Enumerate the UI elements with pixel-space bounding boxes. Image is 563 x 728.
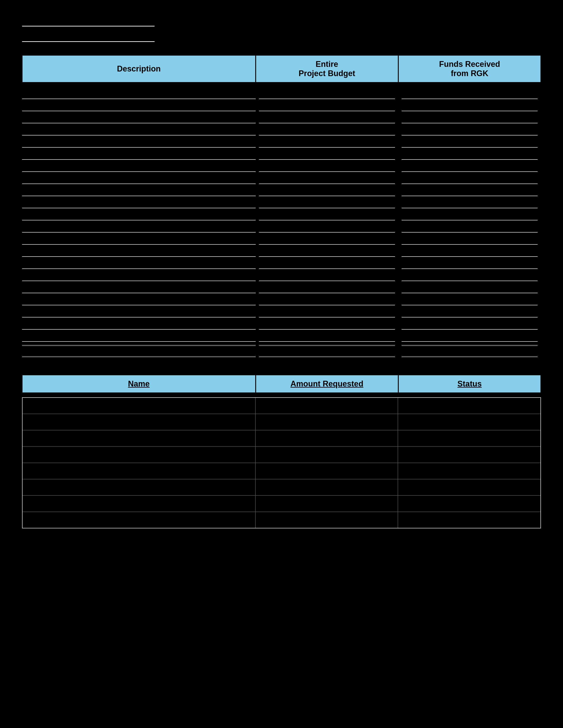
project-row-total[interactable] (259, 345, 395, 357)
desc-row-6[interactable] (22, 148, 256, 160)
desc-row-2[interactable] (22, 99, 256, 111)
project-row-1[interactable] (259, 87, 395, 99)
grants-table-body (22, 397, 541, 528)
grants-amount-8[interactable] (256, 512, 398, 528)
grants-amount-4[interactable] (256, 447, 398, 463)
project-row-4[interactable] (259, 123, 395, 135)
desc-row-21[interactable] (22, 330, 256, 342)
funds-row-1[interactable] (402, 87, 538, 99)
funds-row-21[interactable] (402, 330, 538, 342)
grants-name-7[interactable] (23, 496, 256, 512)
funds-row-18[interactable] (402, 293, 538, 305)
desc-row-total[interactable] (22, 345, 256, 357)
budget-desc-col (22, 87, 256, 357)
funds-row-10[interactable] (402, 196, 538, 208)
funds-row-17[interactable] (402, 281, 538, 293)
project-row-8[interactable] (259, 172, 395, 184)
grants-amount-1[interactable] (256, 398, 398, 414)
funds-row-total[interactable] (402, 345, 538, 357)
funds-row-8[interactable] (402, 172, 538, 184)
funds-row-3[interactable] (402, 111, 538, 123)
project-row-17[interactable] (259, 281, 395, 293)
project-row-7[interactable] (259, 160, 395, 172)
desc-row-20[interactable] (22, 317, 256, 330)
grants-name-3[interactable] (23, 430, 256, 446)
grants-amount-5[interactable] (256, 463, 398, 479)
grants-amount-2[interactable] (256, 414, 398, 430)
grants-status-3[interactable] (398, 430, 540, 446)
grants-header-status: Status (398, 375, 541, 393)
desc-row-17[interactable] (22, 281, 256, 293)
grants-status-1[interactable] (398, 398, 540, 414)
funds-row-12[interactable] (402, 220, 538, 233)
project-row-20[interactable] (259, 317, 395, 330)
funds-row-9[interactable] (402, 184, 538, 196)
grants-row-6 (23, 479, 540, 496)
desc-row-5[interactable] (22, 135, 256, 148)
project-row-15[interactable] (259, 257, 395, 269)
funds-row-5[interactable] (402, 135, 538, 148)
funds-row-14[interactable] (402, 245, 538, 257)
form-line-2[interactable] (22, 33, 154, 42)
grants-name-1[interactable] (23, 398, 256, 414)
desc-row-16[interactable] (22, 269, 256, 281)
desc-row-15[interactable] (22, 257, 256, 269)
form-line-1[interactable] (22, 18, 154, 26)
project-row-3[interactable] (259, 111, 395, 123)
grants-name-5[interactable] (23, 463, 256, 479)
grants-name-4[interactable] (23, 447, 256, 463)
grants-status-5[interactable] (398, 463, 540, 479)
project-row-10[interactable] (259, 196, 395, 208)
desc-row-7[interactable] (22, 160, 256, 172)
desc-row-3[interactable] (22, 111, 256, 123)
funds-row-20[interactable] (402, 317, 538, 330)
grants-amount-3[interactable] (256, 430, 398, 446)
project-row-2[interactable] (259, 99, 395, 111)
funds-row-4[interactable] (402, 123, 538, 135)
project-row-19[interactable] (259, 305, 395, 317)
desc-row-9[interactable] (22, 184, 256, 196)
project-row-9[interactable] (259, 184, 395, 196)
grants-status-2[interactable] (398, 414, 540, 430)
funds-row-6[interactable] (402, 148, 538, 160)
funds-row-16[interactable] (402, 269, 538, 281)
desc-row-12[interactable] (22, 220, 256, 233)
funds-row-11[interactable] (402, 208, 538, 220)
budget-funds-col (398, 87, 541, 357)
project-row-16[interactable] (259, 269, 395, 281)
desc-row-18[interactable] (22, 293, 256, 305)
desc-row-4[interactable] (22, 123, 256, 135)
project-row-14[interactable] (259, 245, 395, 257)
desc-row-10[interactable] (22, 196, 256, 208)
funds-row-19[interactable] (402, 305, 538, 317)
grants-row-3 (23, 430, 540, 447)
project-row-13[interactable] (259, 233, 395, 245)
grants-status-6[interactable] (398, 479, 540, 495)
desc-row-8[interactable] (22, 172, 256, 184)
desc-row-14[interactable] (22, 245, 256, 257)
funds-row-2[interactable] (402, 99, 538, 111)
grants-name-8[interactable] (23, 512, 256, 528)
project-row-6[interactable] (259, 148, 395, 160)
grants-name-6[interactable] (23, 479, 256, 495)
budget-project-col (256, 87, 398, 357)
grants-amount-6[interactable] (256, 479, 398, 495)
funds-row-13[interactable] (402, 233, 538, 245)
project-row-5[interactable] (259, 135, 395, 148)
funds-row-15[interactable] (402, 257, 538, 269)
project-row-21[interactable] (259, 330, 395, 342)
funds-row-7[interactable] (402, 160, 538, 172)
desc-row-1[interactable] (22, 87, 256, 99)
project-row-18[interactable] (259, 293, 395, 305)
project-row-11[interactable] (259, 208, 395, 220)
project-row-12[interactable] (259, 220, 395, 233)
grants-status-4[interactable] (398, 447, 540, 463)
budget-header-funds-rgk: Funds Receivedfrom RGK (398, 55, 541, 83)
grants-status-7[interactable] (398, 496, 540, 512)
desc-row-11[interactable] (22, 208, 256, 220)
grants-status-8[interactable] (398, 512, 540, 528)
desc-row-13[interactable] (22, 233, 256, 245)
grants-amount-7[interactable] (256, 496, 398, 512)
grants-name-2[interactable] (23, 414, 256, 430)
desc-row-19[interactable] (22, 305, 256, 317)
